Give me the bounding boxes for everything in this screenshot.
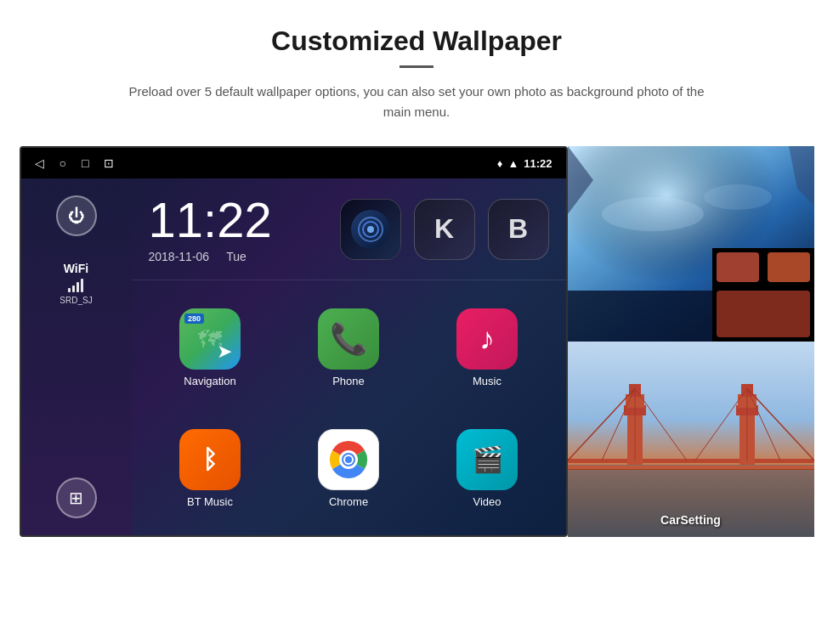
b-app-letter: B [508,213,528,245]
music-label: Music [473,375,502,387]
btmusic-label: BT Music [187,495,233,508]
time-section: 11:22 2018-11-06 Tue [132,178,566,280]
wifi-widget: WiFi SRD_SJ [60,262,92,305]
signal-bar-4 [81,279,83,292]
nav-map-bg: 🗺 [198,325,222,353]
signal-bar-2 [72,285,75,292]
bridge-svg [568,342,814,537]
svg-rect-12 [717,291,810,337]
wallpaper-bridge[interactable]: CarSetting [568,342,814,537]
status-right: ♦ ▲ 11:22 [497,157,552,170]
status-bar: ◁ ○ □ ⊡ ♦ ▲ 11:22 [21,148,566,178]
wifi-signal [68,279,83,292]
svg-rect-15 [568,459,814,463]
app-grid: 280 ➤ 🗺 Navigation 📞 [132,280,566,535]
time-date: 11:22 2018-11-06 Tue [149,195,272,263]
power-icon: ⏻ [68,206,85,226]
device-screen: ◁ ○ □ ⊡ ♦ ▲ 11:22 ⏻ [20,146,568,537]
status-time: 11:22 [524,157,552,170]
apps-grid-icon: ⊞ [69,488,83,508]
music-symbol: ♪ [479,321,495,357]
svg-point-8 [704,184,772,210]
wallpaper-ice[interactable] [568,146,814,342]
page-container: Customized Wallpaper Preload over 5 defa… [0,0,833,644]
bt-icon: ᛒ [179,429,241,490]
partial-svg [712,248,814,342]
sidebar: ⏻ WiFi SRD_SJ ⊞ [21,178,132,535]
svg-rect-11 [768,252,810,282]
phone-label: Phone [332,375,365,387]
wifi-ssid: SRD_SJ [60,296,92,305]
chrome-svg [325,436,372,483]
time-display: 11:22 [149,195,272,245]
home-icon[interactable]: ○ [60,156,66,170]
k-app-icon[interactable]: K [414,199,475,260]
svg-rect-16 [568,467,814,470]
wallpaper-partial-inner [712,248,814,342]
video-label: Video [473,495,501,508]
video-symbol: 🎬 [472,444,503,474]
signal-icon: ▲ [507,157,518,170]
top-apps: K B [340,199,549,260]
screen-main: 11:22 2018-11-06 Tue [132,178,566,535]
app-item-music[interactable]: ♪ Music [422,291,553,404]
page-title: Customized Wallpaper [271,25,562,57]
date-display: 2018-11-06 Tue [149,250,272,263]
bridge-scene-bg [568,342,814,537]
recents-icon[interactable]: □ [82,156,88,170]
svg-rect-10 [717,252,759,282]
phone-icon: 📞 [318,308,379,370]
screen-body: ⏻ WiFi SRD_SJ ⊞ [21,178,566,535]
date-left: 2018-11-06 [149,250,210,263]
video-icon: 🎬 [456,429,518,490]
status-left: ◁ ○ □ ⊡ [35,156,115,170]
screenshot-icon[interactable]: ⊡ [104,156,114,170]
bt-symbol: ᛒ [202,445,218,474]
signal-bar-3 [76,282,79,292]
signal-bar-1 [68,288,71,292]
back-icon[interactable]: ◁ [35,156,44,170]
apps-grid-button[interactable]: ⊞ [56,477,97,518]
chrome-label: Chrome [329,495,368,508]
content-area: ◁ ○ □ ⊡ ♦ ▲ 11:22 ⏻ [51,146,782,537]
wifi-label: WiFi [64,262,88,275]
nav-label: Navigation [184,375,235,387]
app-item-btmusic[interactable]: ᛒ BT Music [144,411,276,525]
b-app-icon[interactable]: B [488,199,549,260]
wallpaper-previews: CarSetting [568,146,814,537]
wallpaper-partial-top [712,248,814,342]
title-divider [400,65,434,68]
svg-point-7 [602,197,704,231]
chrome-icon [318,429,379,490]
phone-symbol: 📞 [330,321,368,357]
date-right: Tue [226,250,246,263]
k-app-letter: K [434,213,454,245]
radio-app-icon[interactable] [340,199,401,260]
carsetting-label: CarSetting [660,513,721,527]
nav-badge: 280 [184,314,204,324]
app-item-chrome[interactable]: Chrome [283,411,415,525]
app-item-navigation[interactable]: 280 ➤ 🗺 Navigation [144,291,276,404]
app-item-phone[interactable]: 📞 Phone [283,291,415,404]
music-icon: ♪ [456,308,518,370]
svg-point-3 [345,456,352,463]
power-button[interactable]: ⏻ [56,195,97,236]
app-item-video[interactable]: 🎬 Video [422,411,553,525]
location-icon: ♦ [497,157,503,170]
page-description: Preload over 5 default wallpaper options… [128,82,706,122]
